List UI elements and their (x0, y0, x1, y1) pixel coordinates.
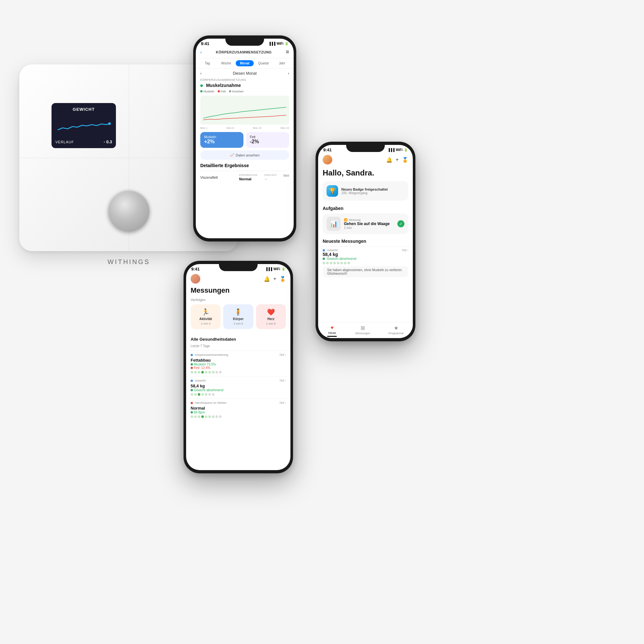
track-korper[interactable]: 🧍 Körper 3 von 5 (223, 304, 253, 329)
herz-num[interactable]: 742 › (279, 401, 286, 404)
health-item-koerper-header: Körperzusammensetzung 742 › (191, 353, 286, 356)
herz-dots (191, 415, 286, 418)
nav-messungen[interactable]: ⊞ Messungen (355, 325, 370, 337)
phone2-title: Messungen (186, 286, 290, 298)
gewicht-dot (191, 380, 193, 382)
gewicht-num[interactable]: 742 › (279, 379, 286, 382)
phone2-icons: 🔔 + 🏅 (264, 276, 286, 282)
scale-brand: WITHINGS (108, 258, 150, 266)
bell-icon[interactable]: 🔔 (264, 276, 270, 282)
health-item-herz: Herzfrequenz im Stehen 742 › Normal 68 B… (186, 398, 290, 421)
health-item-koerper: Körperzusammensetzung 742 › Fettabbau Mu… (186, 350, 290, 376)
phone1-stats: Muskeln +2% Fett -2% (196, 132, 294, 150)
period-prev-icon[interactable]: ‹ (200, 71, 202, 76)
stat-fett: Fett -2% (246, 132, 289, 148)
phone3-header: 🔔 + 🏅 (318, 154, 413, 167)
herz-count: 1 von 6 (266, 322, 276, 325)
m-gewicht-num[interactable]: 742 › (402, 249, 408, 252)
phone1-detailed: Detaillierte Ergebnisse Viszeralfett ERG… (196, 163, 294, 184)
task-time: 1 min (344, 226, 390, 230)
phone2-time: 9:41 (191, 267, 200, 271)
stat-muskeln: Muskeln +2% (200, 132, 243, 148)
axis-mon22: Mon 22 (280, 127, 289, 129)
badge-achievement-icon: 🏆 (327, 185, 338, 197)
phone1-legend: Muskeln Fett Knochen (196, 90, 294, 96)
plus-icon-3[interactable]: + (396, 157, 399, 163)
period-next-icon[interactable]: › (288, 71, 289, 76)
scale-value: - 0.3 (104, 139, 112, 144)
phone1-time: 9:41 (201, 41, 209, 46)
g-dot2 (194, 393, 197, 396)
tab-woche[interactable]: Woche (217, 60, 235, 66)
task-waage: 📊 📶 Messung Gehen Sie auf die Waage 1 mi… (323, 213, 408, 234)
letzte7tage: Letzte 7 Tage (186, 344, 290, 350)
bell-icon-3[interactable]: 🔔 (386, 157, 393, 163)
g-dot4 (201, 393, 204, 396)
tab-jahr[interactable]: Jahr (273, 60, 291, 66)
tab-tag[interactable]: Tag (198, 60, 216, 66)
stat-muskeln-value: +2% (204, 139, 240, 145)
legend-knochen: Knochen (229, 90, 244, 93)
task-category: 📶 Messung (344, 218, 390, 222)
m-gewicht-sub: Gewicht abnehmend (323, 257, 408, 260)
stat-fett-value: -2% (250, 139, 285, 145)
herz-name: Herz (267, 317, 274, 321)
phone1-tabs: Tag Woche Monat Quartal Jahr (196, 58, 294, 69)
back-button[interactable]: ‹ (200, 50, 202, 55)
red-dot-1 (191, 367, 193, 369)
detailed-item-name: Viszeralfett (200, 175, 218, 179)
aktivitat-name: Aktivität (199, 317, 212, 321)
wifi-icon-2: WiFi (273, 267, 280, 271)
stat-muskeln-label: Muskeln (204, 135, 240, 139)
task-info: 📶 Messung Gehen Sie auf die Waage 1 min (344, 218, 390, 230)
phone-notch-2 (219, 261, 258, 271)
h-dot1 (191, 415, 193, 418)
koerper-label: Körperzusammensetzung (191, 353, 228, 356)
phone2-avatar (191, 274, 200, 284)
gesundheitsdaten-section: Alle Gesundheitsdaten (186, 334, 290, 344)
phone1-section-label: KÖRPERZUSAMMENSETZUNG (196, 78, 294, 83)
period-selector[interactable]: ‹ Diesen Monat › (196, 69, 294, 78)
korper-icon: 🧍 (234, 308, 242, 316)
dot3 (198, 371, 200, 374)
koerper-num[interactable]: 742 › (279, 353, 286, 356)
menu-icon[interactable]: ≡ (286, 49, 289, 55)
badge-icon[interactable]: 🏅 (279, 276, 286, 282)
gewicht-kg: 58,4 kg (191, 384, 286, 388)
measurements-section-title: Neueste Messungen (318, 237, 413, 246)
phone-body-composition: 9:41 ▐▐▐ WiFi 🔋 ‹ KÖRPERZUSAMMENSETZUNG … (193, 35, 296, 241)
phone3-icons: 🔔 + 🏅 (386, 157, 408, 163)
bottom-navigation: ♥ Heute ⊞ Messungen ★ Programme (318, 322, 413, 338)
h-dot7 (212, 415, 214, 418)
green-dot-2 (191, 389, 193, 391)
task-check-icon: ✓ (397, 220, 404, 227)
col-ergebnisse: ERGEBNISSE Normal (239, 174, 258, 181)
bar-chart-icon: 📶 (344, 218, 347, 222)
col-more[interactable]: Mel (283, 174, 289, 181)
fettabbau-value: Fettabbau (191, 358, 286, 363)
phone-notch-3 (346, 142, 385, 152)
dot9 (219, 371, 222, 374)
health-item-herz-header: Herzfrequenz im Stehen 742 › (191, 401, 286, 404)
badge-icon-3[interactable]: 🏅 (402, 157, 408, 163)
gewicht-dots (191, 393, 286, 396)
phone1-chart-axis: Mon 1 Mon 8 Mon 15 Mon 22 (196, 127, 294, 132)
tab-quartal[interactable]: Quartal (254, 60, 272, 66)
track-herz[interactable]: ❤️ Herz 1 von 6 (256, 304, 286, 329)
track-aktivitat[interactable]: 🏃 Aktivität 2 von 3 (191, 304, 221, 329)
green-dot-1 (191, 363, 193, 365)
dot6 (208, 371, 211, 374)
plus-icon[interactable]: + (273, 276, 276, 282)
daten-ansehen-button[interactable]: 📈 Daten ansehen (200, 150, 289, 160)
detailed-title: Detaillierte Ergebnisse (200, 163, 289, 168)
korper-count: 3 von 5 (233, 322, 243, 325)
dot4 (201, 371, 204, 374)
axis-mon8: Mon 8 (227, 127, 234, 129)
h-dot4 (201, 415, 204, 418)
nav-programme[interactable]: ★ Programme (389, 325, 404, 337)
tab-monat[interactable]: Monat (236, 60, 254, 66)
m-gewicht-dot (323, 249, 325, 251)
nav-heute[interactable]: ♥ Heute (327, 325, 337, 337)
m-dot6 (340, 262, 343, 264)
phone2-screen: 9:41 ▐▐▐ WiFi 🔋 🔔 + 🏅 Messungen Verfolge… (186, 264, 290, 470)
